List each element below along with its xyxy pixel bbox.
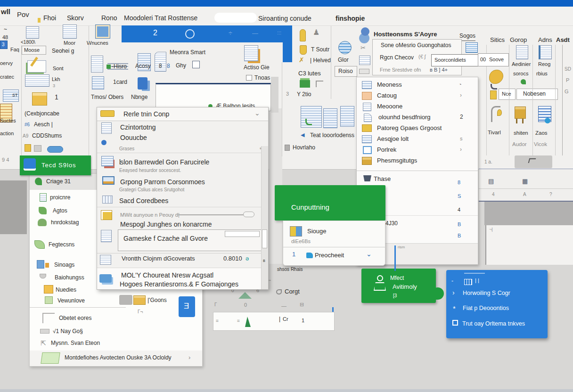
menu-item-patoreg[interactable]: Patoreg Gpaes Grgoost xyxy=(377,125,442,132)
big-table-icon-2[interactable] xyxy=(323,108,337,128)
cexbjoncabe-label[interactable]: (Cexbjoncabe xyxy=(25,111,59,117)
sogos-label[interactable]: Sogos xyxy=(459,33,475,41)
dd-item4-label[interactable]: Sacd Coredbees xyxy=(119,197,168,204)
menu-item-phesm[interactable]: Phesmsgitutgs xyxy=(377,157,417,164)
dd-scrollbar-thumb[interactable] xyxy=(262,229,267,248)
figure-icon[interactable]: ♟ xyxy=(313,28,319,37)
hisro-label[interactable]: -Hisro xyxy=(112,64,127,70)
misc-yellow-icon[interactable] xyxy=(25,144,31,152)
blue-card-checkbox[interactable] xyxy=(452,320,458,326)
dash-icon[interactable]: — xyxy=(252,30,258,37)
nav-item-fegtecsns[interactable]: Fegtecsns xyxy=(49,242,74,248)
nav-item-baiohungss[interactable]: Baiohungss xyxy=(55,275,84,281)
tab-sitics[interactable]: Sitics xyxy=(490,37,505,44)
rail-faq[interactable]: Faq xyxy=(10,47,19,53)
menu-item-catoug[interactable]: Catoug xyxy=(377,92,397,99)
seoheig-label[interactable]: Seohei g xyxy=(52,48,74,55)
menu-item-skorv[interactable]: Skorv xyxy=(67,14,84,22)
footer-item-montdefiohes[interactable]: Montdefiohes Avotecten Ouske 3A Ocloldy xyxy=(65,355,172,361)
menu-item-fhoi[interactable]: Fhoi xyxy=(43,14,56,22)
misc-gray-icon[interactable] xyxy=(34,145,41,152)
y2tio-label[interactable]: Y 2tio xyxy=(297,91,311,98)
menu-item-thase[interactable]: Thase xyxy=(374,176,391,183)
glyph-q[interactable]: ? xyxy=(549,192,552,197)
tab-asdt[interactable]: Asdt xyxy=(556,37,570,44)
circle-icon[interactable] xyxy=(185,29,195,39)
dd-item1-line2[interactable]: Oouucbe xyxy=(120,134,147,141)
shiten-icon[interactable] xyxy=(515,106,526,119)
menu-item-porlrek[interactable]: Porlrek xyxy=(377,147,396,154)
wnucnes-icon[interactable] xyxy=(95,24,110,39)
glyph-4[interactable]: 4 xyxy=(492,192,495,197)
nav-item-nuedies[interactable]: Nuedies xyxy=(56,287,76,294)
dd-slider-track[interactable] xyxy=(178,214,247,215)
tray-sm-icon[interactable] xyxy=(359,69,369,74)
dots-icon[interactable]: ::: xyxy=(277,30,281,36)
footer-item-mysnn[interactable]: Mysnn. Svan Eteon xyxy=(51,340,100,347)
menu-item-olounhd[interactable]: olounhd besdfniorg xyxy=(378,114,431,121)
blue-pair-icon[interactable] xyxy=(138,77,147,90)
dd-item7-minibox[interactable] xyxy=(225,231,260,237)
frame-icon[interactable] xyxy=(316,81,323,87)
menu-item-meoness[interactable]: Meoness xyxy=(377,82,402,89)
menu-item-siroanting[interactable]: Siroanting conude xyxy=(258,15,311,22)
printer-icon[interactable] xyxy=(466,42,478,53)
dd-item2-label[interactable]: ʪlon Barrewdel Gon Farucirele xyxy=(119,158,209,166)
menu-item-aesqjoe[interactable]: Aesqjoe lolt xyxy=(377,136,409,143)
misc-blue-pill-icon[interactable] xyxy=(47,146,63,153)
menu-item-rono[interactable]: Rono xyxy=(101,14,117,22)
tsoutr-label[interactable]: T Soutr xyxy=(311,47,329,53)
c3lutes-label[interactable]: C3 lutes xyxy=(298,70,321,77)
list-icon[interactable] xyxy=(91,56,103,73)
key-icon[interactable] xyxy=(300,29,306,41)
menu-item-pov[interactable]: Pov xyxy=(17,10,29,18)
dropdown-chevron-icon[interactable]: ⌄ xyxy=(254,109,260,117)
tnoas-checkbox[interactable] xyxy=(246,75,252,81)
ghy-checkbox[interactable] xyxy=(192,61,200,68)
compose-icon[interactable] xyxy=(27,60,46,73)
menu-item-finshopie[interactable]: finshopie xyxy=(336,15,365,22)
back-arrow-icon[interactable]: ◀ xyxy=(301,132,304,138)
balhon-scroll[interactable] xyxy=(271,77,278,113)
folder-icon[interactable] xyxy=(133,295,146,305)
menu-search-pill[interactable] xyxy=(214,13,257,23)
grid-lg-icon[interactable] xyxy=(92,76,104,90)
dd-scrollbar-track[interactable] xyxy=(261,146,268,289)
menu-item-moodoleri[interactable]: Moodoleri Trat Rosttense xyxy=(124,14,197,22)
siouge-label[interactable]: Siouge xyxy=(307,228,326,235)
preocheeit-chevron-icon[interactable]: ⌄ xyxy=(366,250,372,258)
globe-icon[interactable] xyxy=(338,41,352,54)
tmos-label[interactable]: Tmos/ Obers xyxy=(91,94,123,101)
footer-item-naygo[interactable]: √1 Nay Go§ xyxy=(53,328,83,335)
dd-item9-line2[interactable]: Hogoes Rerantiesroms.& F Gomajonges xyxy=(120,280,238,288)
page-icon-2[interactable]: ▦ xyxy=(522,178,528,185)
menu-item-meooone[interactable]: Meooone xyxy=(377,103,402,110)
aesch-label[interactable]: Aesch | xyxy=(34,122,53,128)
blue-card-item3[interactable]: Trut oay Orltema tnkves xyxy=(462,320,525,327)
helved-label[interactable]: | Helved xyxy=(310,57,331,64)
hovrlaho-label[interactable]: Hovrlaho xyxy=(293,145,315,151)
preocheeit-label[interactable]: Preocheeit xyxy=(315,252,344,259)
ghy-label[interactable]: Ghy xyxy=(176,63,186,69)
stack-icon[interactable] xyxy=(300,80,310,88)
doc-1800-icon[interactable] xyxy=(26,26,39,39)
tab-adns[interactable]: Adns xyxy=(538,37,552,44)
nav-item-agtos[interactable]: Agtos xyxy=(53,208,67,214)
nav-item-sinoags[interactable]: Sinoags xyxy=(54,262,74,269)
lines-box-icon[interactable] xyxy=(359,56,370,65)
dropdown-header[interactable] xyxy=(97,107,268,121)
cddshums-label[interactable]: CDDShums xyxy=(32,133,62,139)
teat-label[interactable]: Teat looorlodenss xyxy=(310,132,354,139)
dd-item6-label[interactable]: Mespogl Junghes on konarcme xyxy=(120,220,212,228)
nbnge-label[interactable]: Nbnge xyxy=(131,94,147,101)
doc-moor-icon[interactable] xyxy=(63,24,77,39)
dd-item9-line1[interactable]: MOL'Y Choureat Nresw Acgsatl xyxy=(121,271,213,279)
tab-gorop[interactable]: Gorop xyxy=(510,37,527,44)
page-icon-1[interactable]: ▤ xyxy=(488,178,494,185)
nav-item-vewunlove[interactable]: Vewunlove xyxy=(57,298,85,304)
blue-card-item2[interactable]: Fiat p Deooontios xyxy=(463,305,509,311)
dd-slider-handle[interactable] xyxy=(243,212,254,217)
dd-item1-line1[interactable]: Czintortotng xyxy=(120,123,156,131)
footer-chevron-icon[interactable]: › xyxy=(188,354,190,361)
lkh-box-icon[interactable] xyxy=(25,74,49,87)
